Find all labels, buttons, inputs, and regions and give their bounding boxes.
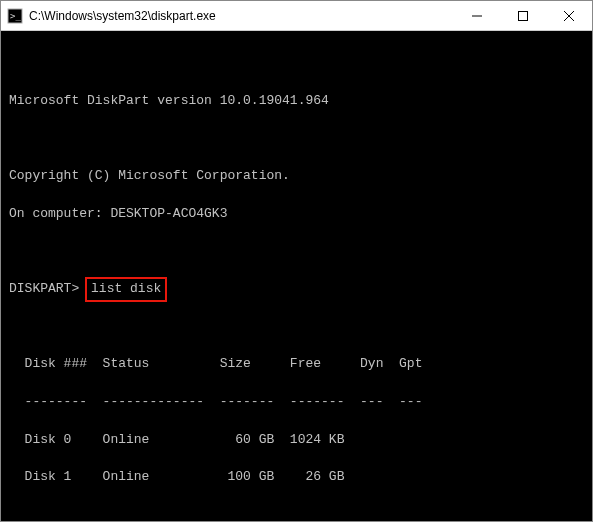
- table-row: Disk 0 Online 60 GB 1024 KB: [9, 431, 584, 450]
- blank-line: [9, 242, 584, 261]
- diskpart-window: >_ C:\Windows\system32\diskpart.exe Micr…: [0, 0, 593, 522]
- table-divider: -------- ------------- ------- ------- -…: [9, 393, 584, 412]
- maximize-button[interactable]: [500, 1, 546, 30]
- blank-line: [9, 54, 584, 73]
- minimize-button[interactable]: [454, 1, 500, 30]
- terminal-output[interactable]: Microsoft DiskPart version 10.0.19041.96…: [1, 31, 592, 521]
- table-row: Disk 1 Online 100 GB 26 GB: [9, 468, 584, 487]
- blank-line: [9, 318, 584, 337]
- prompt-line: DISKPART> list disk: [9, 280, 584, 299]
- command-list-disk: list disk: [87, 280, 165, 299]
- table-header: Disk ### Status Size Free Dyn Gpt: [9, 355, 584, 374]
- window-controls: [454, 1, 592, 30]
- titlebar[interactable]: >_ C:\Windows\system32\diskpart.exe: [1, 1, 592, 31]
- blank-line: [9, 506, 584, 521]
- copyright-line: Copyright (C) Microsoft Corporation.: [9, 167, 584, 186]
- window-title: C:\Windows\system32\diskpart.exe: [29, 9, 454, 23]
- svg-rect-3: [519, 11, 528, 20]
- computer-line: On computer: DESKTOP-ACO4GK3: [9, 205, 584, 224]
- svg-text:>_: >_: [10, 11, 21, 21]
- version-line: Microsoft DiskPart version 10.0.19041.96…: [9, 92, 584, 111]
- app-icon: >_: [7, 8, 23, 24]
- close-button[interactable]: [546, 1, 592, 30]
- prompt: DISKPART>: [9, 281, 79, 296]
- blank-line: [9, 129, 584, 148]
